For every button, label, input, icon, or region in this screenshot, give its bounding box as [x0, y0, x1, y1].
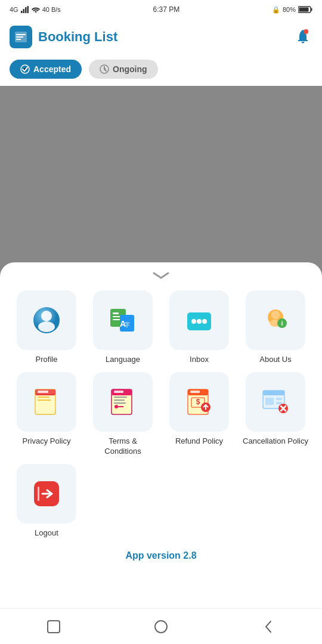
- menu-item-inbox[interactable]: Inbox: [165, 290, 234, 365]
- svg-rect-54: [263, 391, 284, 395]
- accepted-label: Accepted: [33, 64, 71, 74]
- svg-rect-49: [190, 391, 200, 393]
- svg-rect-42: [114, 400, 125, 401]
- app-version-text: App version: [125, 550, 183, 561]
- svg-rect-39: [38, 391, 48, 393]
- status-left: 4G 40 B/s: [10, 6, 61, 13]
- aboutus-icon: i: [259, 304, 292, 336]
- logo-icon: [14, 30, 28, 44]
- status-bar: 4G 40 B/s 6:37 PM 🔒 80%: [0, 0, 322, 19]
- circle-icon: [153, 619, 169, 634]
- drag-indicator[interactable]: [12, 270, 310, 283]
- battery-icon: [298, 6, 312, 13]
- svg-point-11: [304, 29, 308, 34]
- time-display: 6:37 PM: [153, 5, 180, 14]
- svg-rect-6: [299, 8, 308, 12]
- menu-item-terms[interactable]: Terms & Conditions: [88, 372, 157, 457]
- bottom-navigation: [0, 608, 322, 644]
- app-logo: [10, 26, 32, 48]
- square-icon: [46, 619, 61, 634]
- svg-rect-36: [38, 400, 51, 401]
- svg-rect-18: [113, 312, 119, 314]
- cancellation-icon: [259, 386, 292, 418]
- refund-icon: $: [183, 386, 215, 418]
- header-left: Booking List: [10, 26, 117, 48]
- terms-icon-box: [93, 372, 153, 432]
- svg-text:$: $: [196, 398, 200, 406]
- signal-icon: [21, 6, 29, 13]
- profile-label: Profile: [36, 355, 58, 365]
- cancellation-label: Cancellation Policy: [243, 436, 308, 447]
- menu-item-privacy-policy[interactable]: Privacy Policy: [12, 372, 81, 457]
- battery-percent: 80%: [283, 6, 296, 13]
- logout-icon: [30, 478, 63, 510]
- aboutus-icon-box: i: [246, 290, 305, 350]
- menu-item-profile[interactable]: Profile: [12, 290, 81, 365]
- terms-icon: [107, 386, 139, 418]
- menu-row-2: Privacy Policy Terms & Conditions: [12, 372, 310, 457]
- lock-icon: 🔒: [272, 6, 280, 14]
- privacy-icon-box: [17, 372, 76, 432]
- bottom-sheet: Profile A 字 Language: [0, 262, 322, 644]
- svg-rect-57: [276, 402, 282, 404]
- nav-home-button[interactable]: [151, 617, 171, 636]
- svg-rect-2: [25, 7, 27, 13]
- svg-rect-41: [114, 397, 127, 398]
- logout-icon-box: [17, 464, 76, 524]
- svg-point-46: [114, 405, 118, 408]
- bell-icon: [295, 29, 311, 45]
- aboutus-label: About Us: [259, 355, 291, 365]
- svg-point-62: [155, 621, 167, 633]
- svg-point-16: [38, 321, 55, 332]
- svg-text:字: 字: [124, 321, 130, 328]
- refund-label: Refund Policy: [175, 436, 223, 447]
- svg-rect-56: [276, 398, 282, 400]
- svg-rect-0: [21, 11, 23, 13]
- logout-label: Logout: [35, 528, 58, 538]
- menu-item-logout[interactable]: Logout: [12, 464, 81, 538]
- header: Booking List: [0, 19, 322, 55]
- filter-bar: Accepted Ongoing: [0, 55, 322, 86]
- app-version-number: 2.8: [183, 550, 196, 561]
- ongoing-label: Ongoing: [113, 64, 147, 74]
- menu-item-refund-policy[interactable]: $ Refund Policy: [165, 372, 234, 457]
- menu-row-1: Profile A 字 Language: [12, 290, 310, 365]
- svg-rect-61: [48, 621, 60, 633]
- nav-square-button[interactable]: [44, 617, 63, 636]
- svg-rect-5: [311, 8, 312, 11]
- svg-point-25: [191, 319, 196, 324]
- menu-item-about-us[interactable]: i About Us: [241, 290, 310, 365]
- back-icon: [261, 619, 276, 634]
- svg-rect-60: [38, 487, 39, 501]
- svg-rect-55: [265, 398, 274, 405]
- accepted-icon: [20, 64, 30, 74]
- svg-rect-3: [27, 6, 29, 13]
- filter-ongoing[interactable]: Ongoing: [89, 60, 158, 79]
- svg-rect-43: [114, 402, 126, 404]
- notification-button[interactable]: [293, 27, 312, 47]
- svg-point-29: [271, 311, 280, 319]
- profile-icon-box: [17, 290, 76, 350]
- privacy-label: Privacy Policy: [23, 436, 71, 447]
- svg-rect-10: [16, 39, 21, 40]
- page-title: Booking List: [38, 29, 117, 45]
- filter-accepted[interactable]: Accepted: [10, 60, 82, 79]
- language-label: Language: [106, 355, 140, 365]
- nav-back-button[interactable]: [259, 617, 278, 636]
- menu-item-language[interactable]: A 字 Language: [88, 290, 157, 365]
- chevron-down-icon: [151, 271, 171, 280]
- menu-item-cancellation-policy[interactable]: Cancellation Policy: [241, 372, 310, 457]
- cancellation-icon-box: [246, 372, 305, 432]
- svg-rect-45: [114, 391, 123, 393]
- profile-icon: [30, 304, 63, 336]
- svg-rect-8: [16, 34, 26, 35]
- data-speed: 40 B/s: [42, 6, 61, 13]
- inbox-label: Inbox: [190, 355, 209, 365]
- inbox-icon-box: [169, 290, 229, 350]
- svg-point-27: [202, 319, 207, 324]
- language-icon-box: A 字: [93, 290, 153, 350]
- refund-icon-box: $: [169, 372, 229, 432]
- svg-rect-35: [38, 397, 49, 398]
- menu-row-3: Logout: [12, 464, 310, 538]
- signal-text: 4G: [10, 6, 18, 13]
